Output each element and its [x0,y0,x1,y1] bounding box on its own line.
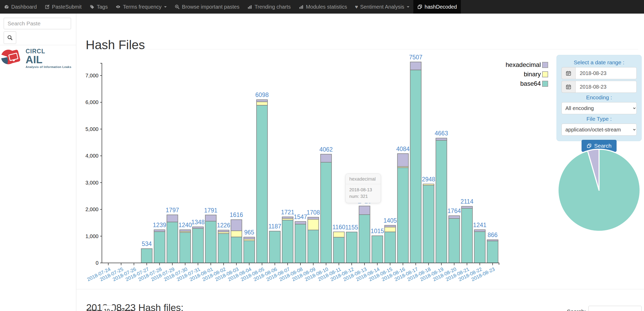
legend-swatch-binary [542,71,548,77]
nav-label: hashDecoded [425,4,457,10]
dashboard-icon [4,4,9,9]
tag-icon [89,4,95,9]
show-label: Show [86,308,100,311]
svg-text:4663: 4663 [435,130,448,137]
nav-browse-important-pastes[interactable]: Browse important pastes [171,0,243,14]
entries-label: entries [117,308,134,311]
entries-count-select[interactable]: 10 [103,305,114,311]
svg-text:1,000: 1,000 [85,233,98,239]
svg-text:2948: 2948 [422,176,435,183]
chart-legend: hexadecimal binary base64 [498,61,548,87]
page-title: Hash Files [86,38,145,52]
table-search-input[interactable] [588,306,642,311]
ail-logo-icon [1,48,24,66]
svg-text:6,000: 6,000 [85,99,98,105]
svg-text:1241: 1241 [473,222,486,228]
tooltip-date: 2018-08-13 [349,187,377,193]
svg-text:0: 0 [96,260,98,266]
svg-text:1155: 1155 [345,224,358,231]
search-icon [7,35,13,41]
nav-modules-statistics[interactable]: Modules statistics [295,0,351,14]
encoding-select[interactable]: All encoding [561,102,637,114]
section-divider [76,289,644,289]
svg-text:1764: 1764 [448,208,461,214]
nav-label: Dashboard [11,4,37,10]
nav-label: Tags [97,4,108,10]
date-from-group [561,67,637,79]
svg-text:4062: 4062 [319,146,333,153]
encoding-pie-chart [556,147,642,235]
legend-label: base64 [520,80,541,87]
svg-text:5,000: 5,000 [85,126,98,132]
nav-tags[interactable]: Tags [85,0,112,14]
legend-item-binary: binary [498,71,548,78]
nav-dashboard[interactable]: Dashboard [0,0,41,14]
nav-label: PasteSubmit [52,4,82,10]
legend-swatch-hexadecimal [542,62,548,68]
search-paste-input[interactable] [4,18,71,29]
date-from-input[interactable] [575,67,637,79]
tooltip-num: num: 321 [349,193,377,200]
title-divider [86,49,638,49]
encoding-label: Encoding : [561,94,637,101]
svg-text:1547: 1547 [294,214,307,220]
bar-chart-icon [299,4,304,9]
circl-ail-logo: CIRCL AIL Analysis of Information Leaks [1,48,71,68]
chart-tooltip: hexadecimal 2018-08-13 num: 321 [345,174,381,203]
calendar-icon [561,67,575,79]
legend-item-hexadecimal: hexadecimal [498,61,548,68]
left-sidebar: CIRCL AIL Analysis of Information Leaks [0,14,76,311]
eye-icon [115,4,121,9]
logo-tagline: Analysis of Information Leaks [26,65,71,68]
svg-text:866: 866 [488,232,497,238]
svg-text:1160: 1160 [332,224,345,231]
top-navbar: Dashboard PasteSubmit Tags Terms frequen… [0,0,644,14]
nav-label: Terms frequency [123,4,161,10]
legend-swatch-base64 [542,81,548,87]
nav-terms-frequency[interactable]: Terms frequency [112,0,171,14]
nav-label: Modules statistics [306,4,347,10]
nav-label: Sentiment Analysis [360,4,404,10]
bar-chart-icon [247,4,252,9]
svg-text:4,000: 4,000 [85,153,98,159]
svg-text:3,000: 3,000 [85,180,98,186]
nav-sentiment-analysis[interactable]: ♥ Sentiment Analysis [351,0,414,14]
chevron-down-icon [407,6,409,8]
svg-text:1797: 1797 [166,207,179,214]
table-search-control: Search: [567,306,642,311]
svg-text:7,000: 7,000 [85,73,98,78]
svg-text:1015: 1015 [371,228,384,234]
nav-pastesubmit[interactable]: PasteSubmit [41,0,85,14]
date-range-label: Select a date range : [561,59,637,66]
svg-text:1721: 1721 [281,209,294,216]
calendar-icon [561,81,575,93]
svg-text:2,000: 2,000 [85,206,98,212]
clone-icon [417,4,422,9]
show-entries-control: Show 10 entries [86,305,134,311]
nav-label: Trending charts [254,4,291,10]
nav-hashdecoded[interactable]: hashDecoded [413,0,461,14]
svg-text:1791: 1791 [204,207,217,214]
logo-app: AIL [26,54,71,65]
file-type-select[interactable]: application/octet-stream [561,124,637,136]
svg-text:1616: 1616 [230,211,243,218]
svg-text:1239: 1239 [153,222,166,228]
svg-text:1348: 1348 [191,219,205,226]
svg-text:1240: 1240 [178,222,192,228]
date-to-input[interactable] [575,81,637,93]
date-to-group [561,81,637,93]
svg-text:1405: 1405 [384,217,397,224]
table-search-label: Search: [567,308,586,311]
svg-text:6098: 6098 [255,91,269,98]
search-paste-button[interactable] [4,31,16,44]
nav-label: Browse important pastes [182,4,239,10]
chevron-down-icon [164,6,167,8]
paste-submit-icon [45,4,50,9]
nav-trending-charts[interactable]: Trending charts [243,0,294,14]
hash-files-bar-chart: 01,0002,0003,0004,0005,0006,0007,0002018… [86,58,499,283]
legend-label: binary [524,71,541,78]
logo-org: CIRCL [26,48,71,54]
sidebar-divider [0,45,76,45]
heart-icon: ♥ [355,4,358,9]
legend-item-base64: base64 [498,80,548,87]
